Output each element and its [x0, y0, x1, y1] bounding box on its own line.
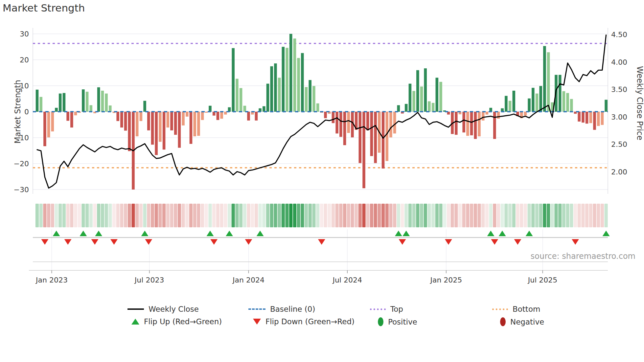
strength-bar: [97, 87, 100, 112]
strength-bar: [86, 92, 89, 112]
flip-down-marker: [64, 239, 72, 245]
heatmap-cell: [39, 204, 43, 227]
heatmap-cell: [62, 204, 66, 227]
flip-down-marker: [91, 239, 99, 245]
heatmap-cell: [320, 204, 323, 227]
heatmap-cell: [220, 204, 223, 227]
heatmap-cell: [435, 204, 439, 227]
strength-bar: [286, 48, 288, 112]
flip-up-marker: [257, 231, 264, 236]
heatmap-cell: [597, 204, 600, 227]
heatmap-cell: [420, 204, 423, 227]
heatmap-cell: [101, 204, 104, 227]
strength-bar: [343, 112, 346, 145]
heatmap-cell: [131, 204, 135, 227]
bottom-dotted-swatch: [492, 308, 508, 310]
heatmap-cell: [508, 204, 512, 227]
heatmap-cell: [589, 204, 592, 227]
strength-bar: [324, 112, 327, 118]
flip-down-marker: [514, 239, 521, 245]
strength-bar: [66, 112, 69, 121]
strength-bar: [432, 103, 435, 112]
strength-bar: [339, 112, 342, 137]
heatmap-cell: [128, 204, 131, 227]
svg-text:20: 20: [20, 56, 29, 64]
heatmap-cell: [581, 204, 585, 227]
strength-bar: [559, 75, 562, 112]
strength-bar: [289, 34, 292, 112]
heatmap-cell: [266, 204, 269, 227]
flip-up-marker: [141, 231, 149, 236]
strength-bar: [497, 112, 500, 119]
strength-bar: [82, 89, 85, 112]
svg-text:Jul 2024: Jul 2024: [332, 276, 362, 284]
heatmap-cell: [224, 204, 227, 227]
heatmap-cell: [78, 204, 81, 227]
heatmap-cell: [201, 204, 204, 227]
flip-up-marker: [487, 231, 494, 236]
strength-bar: [193, 112, 196, 136]
market-strength-page: { "title": "Market Strength", "source": …: [0, 0, 644, 362]
strength-bar: [55, 108, 58, 112]
heatmap-cell: [381, 204, 385, 227]
heatmap-cell: [85, 204, 89, 227]
heatmap-cell: [493, 204, 496, 227]
legend-label: Positive: [388, 318, 417, 326]
positive-circle-icon: [378, 317, 383, 326]
strength-bar: [255, 112, 258, 121]
strength-bar: [109, 105, 112, 112]
strength-bar: [436, 78, 439, 112]
flip-up-marker: [207, 231, 214, 236]
strength-bar: [393, 112, 396, 133]
heatmap-cell: [324, 204, 327, 227]
heatmap-cell: [255, 204, 258, 227]
flip-down-marker: [145, 239, 152, 245]
heatmap-cell: [293, 204, 296, 227]
heatmap-cell: [170, 204, 173, 227]
strength-bar: [582, 112, 585, 123]
weekly-close-line-swatch: [127, 308, 144, 310]
strength-bar: [359, 112, 362, 163]
heatmap-cell: [535, 204, 539, 227]
heatmap-cell: [166, 204, 170, 227]
strength-bar: [278, 78, 281, 112]
heatmap-cell: [358, 204, 362, 227]
heatmap-cell: [66, 204, 70, 227]
strength-bar: [309, 80, 311, 112]
strength-bar: [578, 112, 581, 122]
strength-bar: [424, 68, 427, 112]
legend-bottom: Bottom: [492, 305, 540, 313]
heatmap-cell: [477, 204, 481, 227]
flip-down-marker: [318, 239, 325, 245]
strength-bar: [570, 99, 573, 112]
svg-text:2.00: 2.00: [611, 168, 627, 176]
strength-bar: [593, 112, 596, 130]
heatmap-cell: [239, 204, 242, 227]
legend-label: Weekly Close: [149, 305, 199, 313]
strength-bar: [513, 91, 516, 112]
strength-bar: [178, 112, 181, 148]
heatmap-cell: [393, 204, 396, 227]
strength-bar: [505, 96, 508, 112]
svg-text:4.00: 4.00: [611, 58, 627, 66]
flip-down-marker: [41, 239, 48, 245]
flip-up-marker: [53, 231, 60, 236]
heatmap-cell: [197, 204, 200, 227]
heatmap-cell: [309, 204, 312, 227]
heatmap-cell: [162, 204, 166, 227]
strength-bar: [59, 94, 62, 112]
heatmap-cell: [112, 204, 116, 227]
source-credit: source: sharemaestro.com: [531, 252, 635, 261]
strength-bar: [566, 93, 569, 112]
heatmap-cell: [378, 204, 381, 227]
heatmap-cell: [424, 204, 427, 227]
heatmap-cell: [355, 204, 358, 227]
legend-negative: Negative: [500, 317, 544, 326]
heatmap-cell: [43, 204, 46, 227]
svg-text:4.50: 4.50: [611, 31, 627, 39]
heatmap-cell: [470, 204, 473, 227]
svg-text:Jul 2025: Jul 2025: [527, 276, 558, 284]
legend-label: Flip Up (Red→Green): [144, 317, 222, 326]
strength-bar: [36, 90, 39, 112]
strength-bar: [167, 112, 170, 127]
